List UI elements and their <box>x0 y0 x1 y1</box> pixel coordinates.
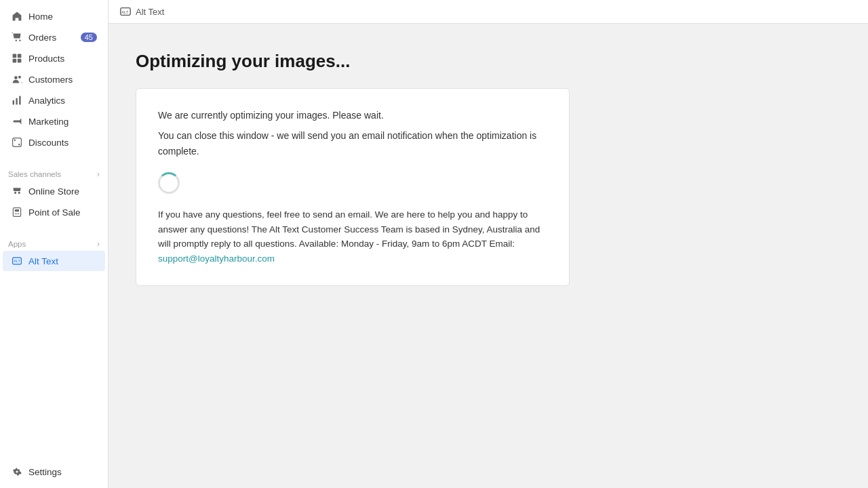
page-title: Optimizing your images... <box>136 51 692 72</box>
svg-rect-2 <box>13 59 17 63</box>
sidebar-bottom: Settings <box>0 461 108 488</box>
svg-point-16 <box>18 214 20 215</box>
orders-badge: 45 <box>81 33 97 42</box>
apps-section: Apps › ALT Alt Text <box>0 228 108 277</box>
home-icon <box>11 10 23 22</box>
svg-rect-13 <box>15 209 19 211</box>
svg-text:ALT: ALT <box>14 259 20 263</box>
sales-channels-label: Sales channels › <box>0 164 108 180</box>
sales-channels-expand-icon[interactable]: › <box>97 169 100 179</box>
sidebar-item-products[interactable]: Products <box>3 48 105 68</box>
info-line-1: We are currently optimizing your images.… <box>158 108 547 123</box>
marketing-icon <box>11 115 23 127</box>
sidebar-item-analytics[interactable]: Analytics <box>3 90 105 110</box>
sidebar-item-home[interactable]: Home <box>3 6 105 26</box>
info-line-2: You can close this window - we will send… <box>158 128 547 159</box>
svg-rect-6 <box>13 100 14 104</box>
svg-rect-0 <box>13 54 17 58</box>
svg-point-15 <box>16 214 18 215</box>
breadcrumb: ALT Alt Text <box>108 0 868 24</box>
content-area: Optimizing your images... We are current… <box>108 24 719 313</box>
info-card: We are currently optimizing your images.… <box>136 88 570 286</box>
sidebar-item-orders[interactable]: Orders 45 <box>3 27 105 47</box>
analytics-icon <box>11 94 23 106</box>
products-icon <box>11 52 23 64</box>
sidebar-item-customers[interactable]: Customers <box>3 69 105 89</box>
settings-icon <box>11 466 23 478</box>
apps-expand-icon[interactable]: › <box>97 239 100 249</box>
sidebar-item-settings[interactable]: Settings <box>3 462 105 482</box>
svg-point-9 <box>14 140 16 141</box>
apps-label: Apps › <box>0 234 108 250</box>
svg-rect-12 <box>13 208 20 217</box>
discounts-icon <box>11 136 23 148</box>
sidebar-item-marketing[interactable]: Marketing <box>3 111 105 131</box>
spinner-wrapper <box>158 172 547 194</box>
loading-spinner <box>158 172 180 194</box>
sidebar: Home Orders 45 Products Customers <box>0 0 108 488</box>
svg-point-14 <box>15 214 16 215</box>
svg-rect-11 <box>13 138 22 147</box>
svg-point-5 <box>18 76 21 79</box>
svg-text:ALT: ALT <box>121 10 129 14</box>
sidebar-item-point-of-sale[interactable]: Point of Sale <box>3 202 105 222</box>
svg-rect-3 <box>18 59 22 63</box>
contact-email-link[interactable]: support@loyaltyharbour.com <box>158 253 275 264</box>
sidebar-main-nav: Home Orders 45 Products Customers <box>0 0 108 159</box>
svg-rect-1 <box>18 54 22 58</box>
online-store-icon <box>11 185 23 197</box>
main-content: ALT Alt Text Optimizing your images... W… <box>108 0 868 488</box>
sidebar-item-discounts[interactable]: Discounts <box>3 132 105 152</box>
svg-rect-7 <box>16 98 17 105</box>
alt-text-breadcrumb-icon: ALT <box>119 5 132 18</box>
alt-text-icon: ALT <box>11 255 23 267</box>
customers-icon <box>11 73 23 85</box>
orders-icon <box>11 31 23 43</box>
svg-point-10 <box>18 144 20 145</box>
sales-channels-section: Sales channels › Online Store Point of S… <box>0 159 108 228</box>
sidebar-item-alt-text[interactable]: ALT Alt Text <box>3 251 105 271</box>
pos-icon <box>11 206 23 218</box>
sidebar-item-online-store[interactable]: Online Store <box>3 181 105 201</box>
contact-text: If you have any questions, feel free to … <box>158 207 547 266</box>
svg-rect-8 <box>19 96 20 105</box>
svg-point-4 <box>14 76 18 79</box>
